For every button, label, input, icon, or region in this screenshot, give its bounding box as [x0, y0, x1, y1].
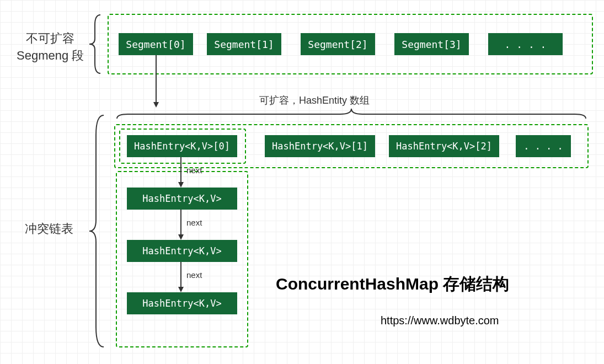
diagram-title: ConcurrentHashMap 存储结构	[276, 273, 509, 296]
segment-brace	[88, 14, 105, 74]
svg-marker-3	[178, 182, 184, 188]
segment-1: Segment[1]	[207, 33, 281, 55]
segment-2: Segment[2]	[301, 33, 375, 55]
source-url: https://www.wdbyte.com	[381, 314, 499, 327]
hashentry-2: HashEntry<K,V>[2]	[389, 135, 499, 157]
arrow-next-1	[177, 157, 188, 190]
svg-marker-1	[153, 102, 159, 108]
hashentry-1: HashEntry<K,V>[1]	[265, 135, 375, 157]
segment-label-line2: Segmeng 段	[17, 47, 84, 65]
next-label-2: next	[186, 218, 202, 227]
segment-0: Segment[0]	[119, 33, 193, 55]
hashentry-0: HashEntry<K,V>[0]	[127, 135, 237, 157]
segment-more: . . . .	[488, 33, 563, 55]
hashentry-more: . . . .	[516, 135, 571, 157]
segment-label-line1: 不可扩容	[17, 30, 84, 47]
svg-marker-5	[178, 234, 184, 240]
svg-marker-7	[178, 287, 184, 292]
chain-entry-2: HashEntry<K,V>	[127, 240, 237, 262]
arrow-next-2	[177, 210, 188, 243]
arrow-segment-to-hash	[152, 55, 163, 110]
hashentry-brace-top	[114, 108, 589, 121]
next-label-3: next	[186, 270, 202, 280]
conflict-brace	[88, 113, 108, 349]
next-label-1: next	[186, 165, 202, 175]
hashentry-array-label: 可扩容，HashEntity 数组	[259, 94, 370, 107]
segment-label: 不可扩容 Segmeng 段	[17, 30, 84, 65]
conflict-list-label: 冲突链表	[25, 221, 73, 238]
segment-3: Segment[3]	[394, 33, 469, 55]
arrow-next-3	[177, 262, 188, 295]
chain-entry-3: HashEntry<K,V>	[127, 292, 237, 314]
chain-entry-1: HashEntry<K,V>	[127, 188, 237, 210]
